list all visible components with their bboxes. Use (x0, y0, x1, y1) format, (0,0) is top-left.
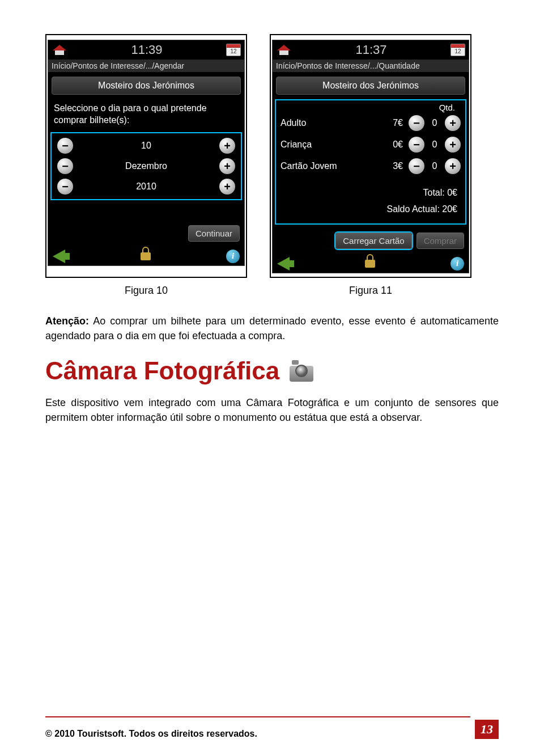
bottom-bar: i (273, 254, 469, 273)
continue-button[interactable]: Continuar (188, 225, 240, 242)
page-number: 13 (475, 720, 499, 739)
month-plus-button[interactable] (219, 158, 235, 174)
day-plus-button[interactable] (219, 138, 235, 154)
day-value: 10 (73, 141, 219, 151)
panel-title: Mosteiro dos Jerónimos (276, 77, 465, 95)
clock-text: 11:37 (355, 43, 386, 57)
qty-minus-button[interactable] (409, 137, 424, 153)
balance-label: Saldo Actual: 20€ (284, 201, 457, 218)
month-value: Dezembro (73, 161, 219, 171)
qty-value: 0 (428, 118, 441, 128)
back-icon[interactable] (277, 257, 290, 271)
ticket-type-label: Criança (280, 140, 377, 150)
quantity-highlight: Qtd. Adulto 7€ 0 Criança 0€ 0 Cartão Jov… (275, 99, 466, 225)
screenshot-figura-11: 11:37 12 Início/Pontos de Interesse/.../… (270, 34, 471, 278)
qty-minus-button[interactable] (409, 115, 424, 131)
day-minus-button[interactable] (57, 138, 73, 154)
row-crianca: Criança 0€ 0 (276, 134, 465, 155)
home-icon[interactable] (52, 43, 67, 57)
totals-block: Total: 0€ Saldo Actual: 20€ (276, 177, 465, 221)
heading-row: Câmara Fotográfica (45, 357, 499, 385)
ticket-type-label: Adulto (280, 118, 377, 128)
qty-value: 0 (428, 140, 441, 150)
row-cartao-jovem: Cartão Jovem 3€ 0 (276, 155, 465, 177)
ticket-type-label: Cartão Jovem (280, 161, 377, 171)
year-row: 2010 (52, 176, 241, 197)
bottom-bar: i (48, 246, 244, 265)
section-body: Este dispositivo vem integrado com uma C… (45, 395, 499, 425)
attention-body: Ao comprar um bilhete para um determinad… (45, 315, 499, 341)
calendar-icon[interactable]: 12 (450, 44, 465, 56)
qty-plus-button[interactable] (445, 115, 461, 131)
caption-figura-10: Figura 10 (45, 285, 247, 297)
lock-icon[interactable] (141, 252, 151, 260)
comprar-button[interactable]: Comprar (416, 233, 464, 249)
clock-text: 11:39 (131, 43, 162, 57)
lock-icon[interactable] (365, 260, 375, 268)
row-adulto: Adulto 7€ 0 (276, 112, 465, 134)
section-heading: Câmara Fotográfica (45, 357, 279, 385)
attention-label: Atenção: (45, 315, 89, 327)
date-picker-highlight: 10 Dezembro 2010 (50, 132, 242, 200)
footer-rule (45, 716, 470, 717)
month-minus-button[interactable] (57, 158, 73, 174)
action-row: Continuar (48, 202, 244, 246)
attention-paragraph: Atenção: Ao comprar um bilhete para um d… (45, 314, 499, 343)
copyright-text: © 2010 Touristsoft. Todos os direitos re… (45, 729, 257, 739)
month-row: Dezembro (52, 156, 241, 176)
qty-header: Qtd. (276, 103, 465, 112)
year-minus-button[interactable] (57, 179, 73, 195)
breadcrumb: Início/Pontos de Interesse/.../Agendar (48, 60, 244, 72)
panel-title: Mosteiro dos Jerónimos (52, 77, 241, 95)
ticket-price: 0€ (380, 140, 403, 150)
back-icon[interactable] (53, 250, 65, 263)
carregar-cartao-button[interactable]: Carregar Cartão (335, 233, 411, 249)
page-footer: © 2010 Touristsoft. Todos os direitos re… (45, 720, 499, 739)
ticket-price: 3€ (380, 161, 403, 171)
info-icon[interactable]: i (226, 250, 240, 263)
calendar-icon[interactable]: 12 (226, 44, 241, 56)
home-icon[interactable] (276, 43, 292, 57)
qty-value: 0 (428, 161, 441, 171)
instruction-text: Seleccione o dia para o qual pretende co… (48, 99, 244, 130)
ticket-price: 7€ (380, 118, 403, 128)
qty-minus-button[interactable] (409, 158, 424, 174)
action-row: Carregar Cartão Comprar (273, 227, 469, 254)
status-bar: 11:39 12 (48, 40, 244, 60)
info-icon[interactable]: i (450, 257, 464, 271)
status-bar: 11:37 12 (273, 40, 469, 60)
camera-icon (287, 360, 316, 382)
year-value: 2010 (73, 181, 219, 192)
qty-plus-button[interactable] (445, 137, 461, 153)
year-plus-button[interactable] (219, 179, 235, 195)
caption-figura-11: Figura 11 (270, 285, 471, 297)
screenshot-figura-10: 11:39 12 Início/Pontos de Interesse/.../… (45, 34, 247, 278)
qty-plus-button[interactable] (445, 158, 461, 174)
total-label: Total: 0€ (284, 185, 457, 201)
phone-screenshots-row: 11:39 12 Início/Pontos de Interesse/.../… (45, 34, 499, 278)
day-row: 10 (52, 136, 241, 156)
captions-row: Figura 10 Figura 11 (45, 285, 499, 297)
breadcrumb: Início/Pontos de Interesse/.../Quantidad… (273, 60, 469, 72)
